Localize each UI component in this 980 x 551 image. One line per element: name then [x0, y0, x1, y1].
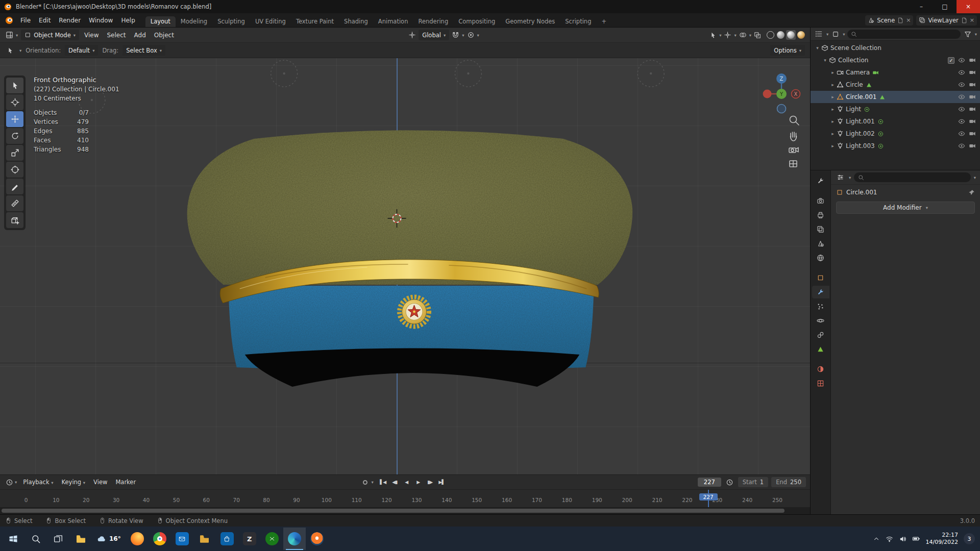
properties-tab-particles[interactable]	[812, 300, 829, 313]
next-keyframe-button[interactable]: ▮▶	[425, 477, 435, 487]
disclosure-arrow[interactable]: ▸	[829, 82, 837, 87]
timeline-menu-playback[interactable]: Playback ▾	[19, 479, 57, 486]
maximize-button[interactable]: □	[933, 0, 957, 13]
outliner-row-light-003[interactable]: ▸Light.003	[811, 140, 980, 152]
menu-window[interactable]: Window	[85, 13, 117, 27]
workspace-tab-uv-editing[interactable]: UV Editing	[250, 16, 291, 27]
play-reverse-button[interactable]: ◀	[401, 477, 412, 487]
new-scene-icon[interactable]	[897, 17, 903, 23]
taskbar-firefox[interactable]	[126, 528, 149, 550]
disclosure-arrow[interactable]: ▾	[814, 45, 821, 51]
hide-eye-icon[interactable]	[958, 81, 965, 88]
active-tool-icon[interactable]	[5, 46, 15, 55]
tool-measure-button[interactable]	[6, 195, 23, 211]
shading-rendered-button[interactable]	[796, 30, 806, 40]
disclosure-arrow[interactable]: ▸	[829, 119, 837, 124]
workspace-tab-shading[interactable]: Shading	[339, 16, 373, 27]
remove-viewlayer-icon[interactable]: ×	[970, 17, 974, 23]
timeline-ruler[interactable]: 0102030405060708090100110120130140150160…	[0, 490, 810, 507]
hide-eye-icon[interactable]	[958, 106, 965, 113]
disclosure-arrow[interactable]: ▸	[829, 94, 837, 99]
viewport-menu-view[interactable]: View	[80, 32, 103, 39]
playhead-frame-badge[interactable]: 227	[699, 493, 718, 500]
disable-render-icon[interactable]	[969, 130, 976, 137]
disable-render-icon[interactable]	[969, 57, 976, 64]
hide-eye-icon[interactable]	[958, 142, 965, 149]
outliner-item-label[interactable]: Light.002	[846, 130, 875, 137]
hide-eye-icon[interactable]	[958, 130, 965, 137]
xray-toggle-icon[interactable]	[752, 31, 763, 40]
add-workspace-tab[interactable]: +	[596, 16, 611, 27]
properties-tab-physics[interactable]	[812, 314, 829, 327]
properties-tab-object-data[interactable]	[812, 343, 829, 356]
camera-view-icon[interactable]	[789, 148, 798, 153]
tool-add-cube-button[interactable]	[6, 212, 23, 228]
outliner-row-light-001[interactable]: ▸Light.001	[811, 115, 980, 128]
orientation-setting-dropdown[interactable]: Default▾	[65, 45, 98, 56]
timeline-menu-keying[interactable]: Keying ▾	[58, 479, 90, 486]
disclosure-arrow[interactable]: ▸	[829, 70, 837, 75]
outliner-item-label[interactable]: Circle.001	[846, 93, 876, 101]
outliner-editor-type-icon[interactable]	[814, 29, 824, 39]
taskbar-start[interactable]	[2, 528, 24, 550]
outliner-row-scene collection[interactable]: ▾Scene Collection	[811, 42, 980, 54]
hide-eye-icon[interactable]	[958, 69, 965, 76]
transform-orientation-dropdown[interactable]: Global ▾	[419, 30, 449, 40]
outliner-item-label[interactable]: Light	[846, 106, 861, 113]
outliner-item-label[interactable]: Circle	[846, 81, 863, 88]
taskbar-chrome[interactable]	[149, 528, 171, 550]
ortho-persp-icon[interactable]	[790, 161, 797, 167]
unlink-scene-icon[interactable]: ×	[906, 17, 911, 23]
outliner-row-collection[interactable]: ▾Collection✓	[811, 54, 980, 66]
auto-key-clock-icon[interactable]	[724, 478, 735, 487]
tool-tweak-select-button[interactable]	[6, 78, 23, 93]
disable-render-icon[interactable]	[969, 118, 976, 125]
clock-widget[interactable]: 22:17 14/09/2022	[926, 532, 958, 546]
taskbar-edge[interactable]	[283, 528, 306, 550]
properties-tab-texture[interactable]	[812, 377, 829, 390]
taskbar-blender-app[interactable]	[306, 528, 328, 550]
taskbar-search[interactable]	[24, 528, 47, 550]
workspace-tab-rendering[interactable]: Rendering	[413, 16, 453, 27]
properties-tab-tool[interactable]	[812, 174, 829, 187]
taskbar-zbrush[interactable]: Z	[238, 528, 261, 550]
disclosure-arrow[interactable]: ▸	[829, 143, 837, 148]
timeline-editor-type-icon[interactable]	[4, 478, 15, 487]
workspace-tab-texture-paint[interactable]: Texture Paint	[291, 16, 339, 27]
outliner-row-light[interactable]: ▸Light	[811, 103, 980, 115]
new-viewlayer-icon[interactable]	[961, 17, 967, 23]
outliner-item-label[interactable]: Light.003	[846, 142, 875, 149]
properties-tab-render[interactable]	[812, 194, 829, 207]
workspace-tab-compositing[interactable]: Compositing	[453, 16, 500, 27]
properties-tab-material[interactable]	[812, 363, 829, 375]
mode-dropdown[interactable]: Object Mode ▾	[21, 30, 79, 40]
play-button[interactable]: ▶	[413, 477, 424, 487]
disclosure-arrow[interactable]: ▸	[829, 107, 837, 112]
menu-help[interactable]: Help	[117, 13, 139, 27]
disable-render-icon[interactable]	[969, 81, 976, 88]
disclosure-arrow[interactable]: ▾	[821, 58, 829, 63]
outliner-search-field[interactable]	[847, 30, 961, 39]
menu-edit[interactable]: Edit	[35, 13, 55, 27]
workspace-tab-sculpting[interactable]: Sculpting	[212, 16, 250, 27]
taskbar-task-view[interactable]	[47, 528, 69, 550]
disable-render-icon[interactable]	[969, 69, 976, 76]
viewport-menu-object[interactable]: Object	[150, 32, 178, 39]
properties-search-field[interactable]	[854, 172, 970, 182]
blender-menu-icon[interactable]	[5, 16, 13, 24]
auto-keying-button[interactable]	[359, 477, 370, 487]
outliner-filter-icon[interactable]	[963, 30, 973, 39]
tool-cursor-button[interactable]	[6, 94, 23, 110]
overlays-toggle-icon[interactable]	[738, 30, 748, 40]
hide-eye-icon[interactable]	[958, 118, 965, 125]
collection-checkbox[interactable]: ✓	[948, 57, 954, 64]
outliner-item-label[interactable]: Collection	[838, 57, 868, 64]
editor-type-button[interactable]	[4, 30, 15, 40]
properties-editor-type-icon[interactable]	[835, 172, 846, 182]
pin-id-icon[interactable]	[968, 189, 975, 196]
timeline-menu-marker[interactable]: Marker	[111, 479, 140, 486]
hide-eye-icon[interactable]	[958, 93, 965, 101]
viewport-menu-add[interactable]: Add	[130, 32, 150, 39]
properties-tab-output[interactable]	[812, 209, 829, 221]
outliner-row-camera[interactable]: ▸Camera	[811, 66, 980, 79]
